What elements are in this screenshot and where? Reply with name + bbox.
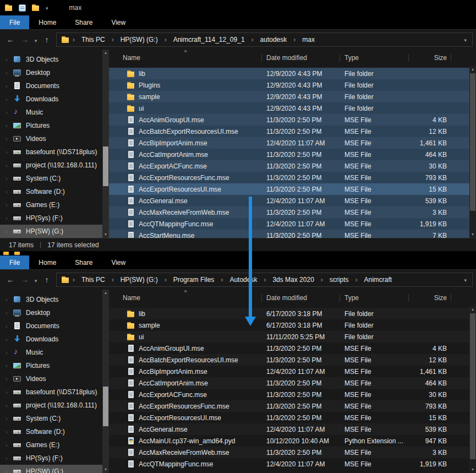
column-header-date-modified[interactable]: Date modified xyxy=(262,290,340,306)
sidebar-item[interactable]: project (\\192.168.0.111) xyxy=(0,159,102,172)
sidebar-item[interactable]: System (C:) xyxy=(0,412,102,425)
breadcrumb-item[interactable]: HP(SW) (G:) xyxy=(117,276,162,284)
file-list-scrollbar[interactable] xyxy=(469,66,476,238)
expand-chevron-icon[interactable] xyxy=(6,175,13,182)
expand-chevron-icon[interactable] xyxy=(6,215,13,221)
breadcrumb-item[interactable]: Autodesk xyxy=(226,276,261,284)
ribbon-tab[interactable]: File xyxy=(0,15,29,29)
column-header-name[interactable]: Name xyxy=(109,290,262,306)
expand-chevron-icon[interactable] xyxy=(6,468,13,473)
file-row[interactable]: AccCatImportAnim.mse 11/3/2020 2:50 PM M… xyxy=(109,377,476,389)
up-button[interactable] xyxy=(40,35,54,44)
sidebar-item[interactable]: Pictures xyxy=(0,359,102,372)
sidebar-item[interactable]: Videos xyxy=(0,132,102,145)
sidebar-item[interactable]: Desktop xyxy=(0,66,102,79)
new-folder-icon[interactable] xyxy=(31,4,40,12)
ribbon-tab[interactable]: Share xyxy=(65,255,102,269)
file-row[interactable]: AccMaxReceiveFromWeb.mse 11/3/2020 2:50 … xyxy=(109,206,476,218)
address-dropdown-chevron-icon[interactable] xyxy=(464,276,468,284)
sidebar-item[interactable]: HP(SW) (G:) xyxy=(0,465,102,473)
file-row[interactable]: ui 12/9/2020 4:43 PM File folder xyxy=(109,102,476,114)
recent-locations-chevron-icon[interactable] xyxy=(32,275,40,284)
file-row[interactable]: AccQTMappingFunc.mse 12/4/2020 11:07 AM … xyxy=(109,218,476,230)
file-row[interactable]: AccExportResourcesFunc.mse 11/3/2020 2:5… xyxy=(109,400,476,412)
file-row[interactable]: AccExportResourcesFunc.mse 11/3/2020 2:5… xyxy=(109,172,476,183)
properties-icon[interactable] xyxy=(19,4,26,12)
sidebar-item[interactable]: Videos xyxy=(0,372,102,385)
sidebar-item[interactable]: project (\\192.168.0.111) xyxy=(0,399,102,412)
breadcrumb-item[interactable]: 3ds Max 2020 xyxy=(269,276,318,284)
scroll-up-arrow-icon[interactable] xyxy=(102,50,109,56)
sidebar-item[interactable]: Games (E:) xyxy=(0,438,102,452)
file-row[interactable]: AccExportACFunc.mse 11/3/2020 2:50 PM MS… xyxy=(109,160,476,172)
expand-chevron-icon[interactable] xyxy=(6,83,13,89)
sidebar-item[interactable]: Pictures xyxy=(0,119,102,132)
breadcrumb-item[interactable]: max xyxy=(298,36,319,44)
expand-chevron-icon[interactable] xyxy=(6,336,13,342)
file-row[interactable]: AccBatchExportResourcesUI.mse 11/3/2020 … xyxy=(109,126,476,137)
recent-locations-chevron-icon[interactable] xyxy=(32,35,40,44)
file-row[interactable]: AccExportResourcesUI.mse 11/3/2020 2:50 … xyxy=(109,183,476,195)
expand-chevron-icon[interactable] xyxy=(6,376,13,382)
sidebar-item[interactable]: 3D Objects xyxy=(0,293,102,306)
expand-chevron-icon[interactable] xyxy=(6,309,13,316)
sidebar-item[interactable]: Software (D:) xyxy=(0,185,102,198)
file-row[interactable]: AccExportACFunc.mse 11/3/2020 2:50 PM MS… xyxy=(109,389,476,400)
file-row[interactable]: lib 12/9/2020 4:43 PM File folder xyxy=(109,68,476,79)
scroll-down-arrow-icon[interactable] xyxy=(469,466,476,473)
breadcrumb-item[interactable]: Animcraft xyxy=(360,276,396,284)
column-header-date-modified[interactable]: Date modified xyxy=(262,50,340,66)
column-header-size[interactable]: Size xyxy=(409,290,451,306)
breadcrumb-item[interactable]: scripts xyxy=(326,276,353,284)
breadcrumb-item[interactable]: Animcraft_114_12_09_1 xyxy=(169,36,249,44)
sidebar-item[interactable]: Downloads xyxy=(0,93,102,106)
expand-chevron-icon[interactable] xyxy=(6,149,13,155)
column-header-type[interactable]: Type xyxy=(340,290,409,306)
expand-chevron-icon[interactable] xyxy=(6,69,13,76)
address-bar[interactable]: This PC HP(SW) (G:) Animcraft_114_12_09_… xyxy=(56,32,473,47)
sidebar-item[interactable]: Games (E:) xyxy=(0,198,102,211)
ribbon-tab[interactable]: Share xyxy=(65,15,102,29)
address-dropdown-chevron-icon[interactable] xyxy=(464,36,468,44)
breadcrumb-item[interactable]: This PC xyxy=(78,276,109,284)
file-row[interactable]: AccGeneral.mse 12/4/2020 11:07 AM MSE Fi… xyxy=(109,195,476,206)
file-row[interactable]: AccAnimGroupUI.mse 11/3/2020 2:50 PM MSE… xyxy=(109,114,476,126)
file-row[interactable]: sample 6/17/2020 3:18 PM File folder xyxy=(109,319,476,331)
column-header-type[interactable]: Type xyxy=(340,50,409,66)
back-button[interactable] xyxy=(3,35,18,44)
expand-chevron-icon[interactable] xyxy=(6,162,13,168)
scroll-up-arrow-icon[interactable] xyxy=(469,66,476,73)
scrollbar-thumb[interactable] xyxy=(103,146,108,186)
scroll-down-arrow-icon[interactable] xyxy=(102,231,109,238)
file-row[interactable]: AccBipImportAnim.mse 12/4/2020 11:07 AM … xyxy=(109,366,476,377)
expand-chevron-icon[interactable] xyxy=(6,349,13,356)
file-row[interactable]: AccExportResourcesUI.mse 11/3/2020 2:50 … xyxy=(109,412,476,423)
scrollbar-thumb[interactable] xyxy=(470,73,475,211)
expand-chevron-icon[interactable] xyxy=(6,228,13,235)
sidebar-item[interactable]: Music xyxy=(0,106,102,119)
sidebar-item[interactable]: Music xyxy=(0,346,102,359)
breadcrumb-item[interactable]: autodesk xyxy=(256,36,291,44)
back-button[interactable] xyxy=(3,275,18,284)
file-row[interactable]: AccQTMappingFunc.mse 12/4/2020 11:07 AM … xyxy=(109,458,476,470)
sidebar-item[interactable]: basefount (\\DS718plus) xyxy=(0,385,102,399)
file-row[interactable]: sample 12/9/2020 4:43 PM File folder xyxy=(109,91,476,102)
file-row[interactable]: AccBipImportAnim.mse 12/4/2020 11:07 AM … xyxy=(109,137,476,149)
file-row[interactable]: AccMainUI.cp37-win_amd64.pyd 10/12/2020 … xyxy=(109,435,476,447)
sidebar-item[interactable]: basefount (\\DS718plus) xyxy=(0,145,102,159)
expand-chevron-icon[interactable] xyxy=(6,109,13,116)
file-row[interactable]: AccMaxReceiveFromWeb.mse 11/3/2020 2:50 … xyxy=(109,447,476,458)
address-bar[interactable]: This PC HP(SW) (G:) Program Files xyxy=(56,273,473,287)
breadcrumb-item[interactable]: Program Files xyxy=(169,276,218,284)
sidebar-item[interactable]: HP(Sys) (F:) xyxy=(0,211,102,225)
expand-chevron-icon[interactable] xyxy=(6,389,13,395)
sidebar-item[interactable]: Software (D:) xyxy=(0,425,102,438)
scrollbar-thumb[interactable] xyxy=(470,313,475,459)
expand-chevron-icon[interactable] xyxy=(6,135,13,142)
forward-button[interactable] xyxy=(18,275,32,284)
sidebar-item[interactable]: Downloads xyxy=(0,333,102,346)
expand-chevron-icon[interactable] xyxy=(6,455,13,461)
forward-button[interactable] xyxy=(18,35,32,44)
file-row[interactable]: lib 6/17/2020 3:18 PM File folder xyxy=(109,308,476,319)
scroll-down-arrow-icon[interactable] xyxy=(469,231,476,238)
